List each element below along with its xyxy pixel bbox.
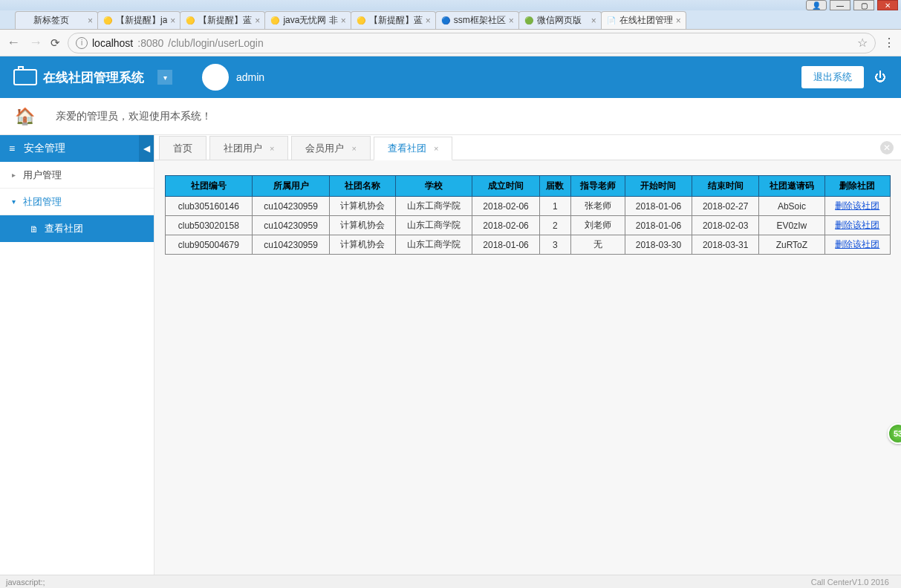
tab-close-icon[interactable]: × (170, 16, 175, 26)
window-maximize-button[interactable]: ▢ (853, 0, 874, 10)
table-header: 成立时间 (472, 176, 539, 197)
tab-close-icon[interactable]: × (509, 16, 514, 26)
table-cell: 2018-02-06 (472, 197, 539, 216)
tab-close-icon[interactable]: × (676, 16, 681, 26)
content-tab-strip: 首页社团用户×会员用户×查看社团×✕ (154, 135, 901, 160)
table-header: 指导老师 (570, 176, 625, 197)
sidebar-item-label: 社团管理 (23, 195, 62, 209)
home-icon[interactable]: 🏠 (15, 107, 35, 126)
table-cell: 张老师 (570, 197, 625, 216)
tab-label: 微信网页版 (537, 14, 582, 27)
tab-close-icon[interactable]: × (270, 144, 274, 153)
table-cell: 山东工商学院 (395, 216, 472, 235)
delete-link[interactable]: 删除该社团 (835, 220, 879, 230)
table-cell: 计算机协会 (330, 235, 395, 255)
table-header: 社团名称 (330, 176, 395, 197)
status-bar: javascript:; Call CenterV1.0 2016 (0, 575, 901, 588)
tab-close-icon[interactable]: × (426, 16, 431, 26)
tab-close-icon[interactable]: × (255, 16, 260, 26)
back-button[interactable]: ← (6, 35, 21, 50)
favicon-icon: 🔵 (440, 16, 451, 26)
tab-close-icon[interactable]: × (591, 16, 596, 26)
reload-button[interactable]: ⟳ (51, 36, 60, 50)
avatar[interactable] (202, 64, 229, 91)
browser-tab[interactable]: 🟢微信网页版× (518, 11, 602, 29)
sidebar-item[interactable]: ▾社团管理 (0, 189, 154, 215)
table-header: 开始时间 (625, 176, 692, 197)
content-tab[interactable]: 社团用户× (209, 136, 288, 160)
table-cell: 山东工商学院 (395, 197, 472, 216)
url-input[interactable]: i localhost:8080/club/login/userLogin ☆ (68, 33, 876, 53)
sidebar-collapse-icon[interactable]: ◀ (139, 135, 154, 162)
content-tab-label: 会员用户 (305, 142, 344, 155)
browser-tab[interactable]: 📄在线社团管理× (601, 11, 686, 29)
sidebar-subitem[interactable]: 查看社团 (0, 215, 154, 242)
tab-label: 在线社团管理 (619, 14, 673, 27)
table-cell: cu104230959 (252, 216, 330, 235)
club-table: 社团编号所属用户社团名称学校成立时间届数指导老师开始时间结束时间社团邀请码删除社… (165, 175, 891, 255)
header-dropdown-icon[interactable]: ▾ (157, 70, 172, 85)
sidebar-header[interactable]: 安全管理 ◀ (0, 135, 154, 162)
window-minimize-button[interactable]: — (830, 0, 850, 10)
window-titlebar: 👤 — ▢ ✕ (0, 0, 901, 10)
tab-label: 【新提醒】ja (116, 14, 167, 27)
welcome-text: 亲爱的管理员，欢迎使用本系统！ (56, 110, 212, 123)
content-tab[interactable]: 会员用户× (291, 136, 370, 160)
tab-close-icon[interactable]: × (351, 144, 356, 153)
browser-tab[interactable]: 🟡【新提醒】ja× (97, 11, 180, 29)
tab-close-icon[interactable]: × (434, 144, 438, 153)
table-cell: 删除该社团 (824, 197, 890, 216)
content-tab-label: 查看社团 (388, 142, 426, 155)
app-logo[interactable]: 在线社团管理系统 (13, 69, 144, 86)
delete-link[interactable]: 删除该社团 (835, 200, 879, 211)
table-cell: 2018-01-06 (472, 235, 539, 255)
table-header: 社团邀请码 (759, 176, 824, 197)
table-cell: EV0zIw (759, 216, 824, 235)
table-cell: 删除该社团 (824, 235, 890, 255)
forward-button[interactable]: → (28, 35, 43, 50)
tab-close-icon[interactable]: × (88, 16, 93, 26)
close-all-tabs-icon[interactable]: ✕ (880, 141, 894, 154)
sidebar-item[interactable]: ▸用户管理 (0, 162, 154, 189)
browser-tab[interactable]: 🟡【新提醒】蓝× (180, 11, 265, 29)
favicon-icon: 🟢 (524, 16, 534, 26)
browser-tab[interactable]: 新标签页× (15, 11, 98, 29)
browser-tab[interactable]: 🔵ssm框架社区× (435, 11, 519, 29)
content-tab[interactable]: 查看社团× (374, 137, 452, 160)
table-cell: 1 (539, 197, 570, 216)
browser-menu-icon[interactable]: ⋮ (883, 36, 895, 50)
window-close-button[interactable]: ✕ (877, 0, 898, 10)
app-title: 在线社团管理系统 (43, 69, 144, 86)
url-path: /club/login/userLogin (168, 37, 263, 49)
content-area: 首页社团用户×会员用户×查看社团×✕ 社团编号所属用户社团名称学校成立时间届数指… (154, 135, 901, 575)
browser-tab[interactable]: 🟡【新提醒】蓝× (351, 11, 436, 29)
favicon-icon: 🟡 (270, 16, 280, 26)
content-tab-label: 社团用户 (224, 142, 262, 155)
table-header: 届数 (539, 176, 570, 197)
window-user-icon[interactable]: 👤 (806, 0, 827, 10)
content-tab[interactable]: 首页 (159, 136, 206, 160)
table-header: 删除社团 (824, 176, 890, 197)
copyright-text: Call CenterV1.0 2016 (811, 578, 889, 587)
table-cell: 2018-02-03 (692, 216, 759, 235)
table-cell: 2 (539, 216, 570, 235)
status-text: javascript:; (6, 578, 45, 587)
url-host: localhost (92, 37, 133, 49)
tab-close-icon[interactable]: × (341, 16, 346, 26)
bookmark-icon[interactable]: ☆ (857, 36, 868, 50)
table-cell: club905004679 (166, 235, 253, 255)
content-tab-label: 首页 (173, 142, 192, 155)
favicon-icon: 📄 (606, 16, 617, 26)
favicon-icon: 🟡 (103, 16, 113, 26)
table-cell: 2018-01-06 (625, 216, 692, 235)
browser-tab[interactable]: 🟡java无忧网 非× (264, 11, 351, 29)
site-info-icon[interactable]: i (76, 37, 88, 49)
favicon-icon: 🟡 (356, 16, 366, 26)
delete-link[interactable]: 删除该社团 (835, 239, 879, 249)
logout-button[interactable]: 退出系统 (801, 66, 864, 88)
table-cell: club503020158 (166, 216, 253, 235)
browser-tab-strip: 新标签页×🟡【新提醒】ja×🟡【新提醒】蓝×🟡java无忧网 非×🟡【新提醒】蓝… (0, 10, 901, 30)
power-icon[interactable]: ⏻ (874, 71, 888, 84)
table-cell: 2018-03-30 (625, 235, 692, 255)
address-bar: ← → ⟳ i localhost:8080/club/login/userLo… (0, 30, 901, 56)
